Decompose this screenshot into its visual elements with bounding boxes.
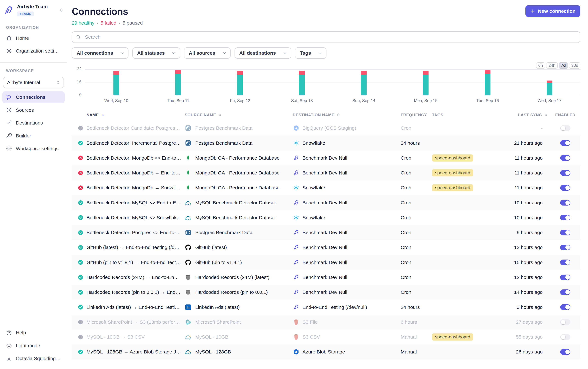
enabled-cell — [550, 304, 580, 310]
filter-dropdown-all-connections[interactable]: All connections — [72, 47, 129, 59]
enabled-toggle[interactable] — [560, 140, 570, 146]
frequency-cell: Cron — [401, 200, 432, 205]
time-range-30d[interactable]: 30d — [569, 62, 580, 69]
column-header-name[interactable]: NAME — [72, 113, 181, 117]
table-row[interactable]: MySQL - 10GB → S3 CSVMySQLMySQL - 10GBS3… — [72, 329, 580, 344]
sidebar-item-light-mode[interactable]: Light mode — [2, 340, 65, 352]
team-selector[interactable]: Airbyte Team TEAMS — [0, 0, 67, 20]
failed-status-icon — [78, 155, 83, 161]
failed-bar-segment — [113, 71, 119, 75]
table-body: Bottleneck Detector Candidate: Postgres … — [72, 121, 580, 359]
column-header-destination-name[interactable]: DESTINATION NAME — [291, 113, 401, 117]
sort-icon — [336, 113, 340, 117]
enabled-toggle[interactable] — [560, 230, 570, 236]
time-range-6h[interactable]: 6h — [536, 62, 545, 69]
table-row[interactable]: Hardcoded Records (24M) → End-to-End Te.… — [72, 270, 580, 285]
enabled-toggle[interactable] — [560, 170, 570, 176]
table-row[interactable]: Bottleneck Detector: MongoDb <> End-to-E… — [72, 151, 580, 165]
table-row[interactable]: MySQL - 128GB → Azure Blob Storage JSON … — [72, 344, 580, 359]
sidebar-item-home[interactable]: Home — [2, 32, 65, 44]
enabled-toggle[interactable] — [560, 155, 570, 161]
enabled-toggle[interactable] — [560, 275, 570, 280]
sidebar-item-sources[interactable]: Sources — [2, 104, 65, 116]
frequency-cell: Cron — [401, 215, 432, 220]
chevron-down-icon — [171, 51, 176, 55]
sidebar-item-label: Home — [16, 35, 29, 41]
enabled-toggle[interactable] — [560, 259, 570, 265]
column-header-last-sync[interactable]: LAST SYNC — [508, 113, 550, 117]
enabled-toggle[interactable] — [560, 319, 570, 325]
time-range-24h[interactable]: 24h — [546, 62, 558, 69]
column-header-source-name[interactable]: SOURCE NAME — [181, 113, 291, 117]
sidebar-item-help[interactable]: Help — [2, 327, 65, 339]
table-row[interactable]: Bottleneck Detector Candidate: Postgres … — [72, 121, 580, 135]
sidebar-item-label: Builder — [16, 133, 31, 139]
enabled-toggle[interactable] — [560, 304, 570, 310]
time-range-7d[interactable]: 7d — [559, 62, 568, 69]
healthy-status-icon — [78, 304, 83, 310]
destination-cell: Benchmark Dev Null — [291, 289, 401, 296]
frequency-cell: Cron — [401, 245, 432, 250]
airbyte-icon — [293, 154, 299, 161]
destination-name: Benchmark Dev Null — [302, 200, 347, 205]
connection-name: LinkedIn Ads (latest) → End-to-End Testi… — [87, 305, 181, 310]
table-row[interactable]: GitHub (latest) → End-to-End Testing (/d… — [72, 240, 580, 255]
table-row[interactable]: Bottleneck Detector: MongoDb → Snowflake… — [72, 180, 580, 195]
table-row[interactable]: GitHub (pin to v1.8.1) → End-to-End Test… — [72, 255, 580, 270]
table-row[interactable]: LinkedIn Ads (latest) → End-to-End Testi… — [72, 300, 580, 315]
source-name: MySQL - 128GB — [195, 349, 231, 355]
connection-name: Bottleneck Detector: MongoDb → Snowflake — [87, 185, 181, 191]
table-row[interactable]: Bottleneck Detector: Postgres <> End-to-… — [72, 225, 580, 240]
last-sync-cell: 11 hours ago — [508, 185, 550, 191]
sidebar-item-builder[interactable]: Builder — [2, 130, 65, 142]
toggle-knob — [561, 335, 565, 339]
enabled-toggle[interactable] — [560, 349, 570, 355]
enabled-toggle[interactable] — [560, 215, 570, 220]
chart-slot — [395, 69, 457, 95]
chart-bar — [485, 70, 490, 95]
destination-cell: Benchmark Dev Null — [291, 259, 401, 266]
sidebar-item-destinations[interactable]: Destinations — [2, 117, 65, 129]
sources-icon — [6, 107, 12, 113]
enabled-toggle[interactable] — [560, 185, 570, 191]
filter-dropdown-all-destinations[interactable]: All destinations — [235, 47, 291, 59]
sidebar-item-connections[interactable]: Connections — [2, 91, 65, 103]
filter-dropdown-all-sources[interactable]: All sources — [184, 47, 231, 59]
sidebar-item-workspace-settings[interactable]: Workspace settings — [2, 143, 65, 155]
enabled-toggle[interactable] — [560, 289, 570, 295]
table-row[interactable]: Hardcoded Records (pin to 0.0.1) → End-t… — [72, 285, 580, 300]
org-section-label: ORGANIZATION — [6, 25, 67, 30]
source-cell: MongoDb GA - Performance Database — [181, 169, 291, 176]
y-axis-label: 0 — [72, 92, 82, 97]
enabled-toggle[interactable] — [560, 245, 570, 250]
search-input[interactable] — [84, 34, 576, 40]
paused-count: 5 paused — [122, 20, 143, 26]
new-connection-button[interactable]: New connection — [526, 5, 580, 17]
chart-slot — [457, 69, 518, 95]
filter-dropdown-all-statuses[interactable]: All statuses — [132, 47, 180, 59]
enabled-toggle[interactable] — [560, 200, 570, 205]
enabled-cell — [550, 289, 580, 295]
workspace-selector[interactable]: Airbyte Internal — [3, 77, 64, 88]
destination-name: Snowflake — [302, 185, 325, 191]
enabled-toggle[interactable] — [560, 125, 570, 131]
enabled-toggle[interactable] — [560, 334, 570, 340]
enabled-cell — [550, 319, 580, 325]
table-row[interactable]: Bottleneck Detector: MongoDb → End-to-En… — [72, 165, 580, 180]
table-row[interactable]: Bottleneck Detector: MySQL <> End-to-End… — [72, 195, 580, 210]
filter-dropdown-tags[interactable]: Tags — [295, 47, 326, 59]
table-row[interactable]: Bottleneck Detector: Incremental Postgre… — [72, 135, 580, 150]
table-row[interactable]: Microsoft SharePoint → S3 (13mb performa… — [72, 315, 580, 329]
column-header-label: ENABLED — [555, 113, 575, 117]
table-row[interactable]: Bottleneck Detector: MySQL <> SnowflakeM… — [72, 210, 580, 225]
tags-cell: speed-dashboard — [432, 154, 508, 162]
sidebar-item-octavia-squiddington[interactable]: Octavia Squiddington — [2, 352, 65, 365]
chart-slot — [518, 69, 580, 95]
destination-name: Benchmark Dev Null — [302, 275, 347, 280]
tag-chip: speed-dashboard — [432, 333, 473, 340]
azure-icon — [293, 348, 299, 355]
summary-separator: · — [119, 20, 120, 26]
sidebar-item-organization-settings[interactable]: Organization settings — [2, 45, 65, 57]
sidebar-item-label: Organization settings — [16, 48, 61, 54]
paused-status-icon — [78, 319, 83, 325]
